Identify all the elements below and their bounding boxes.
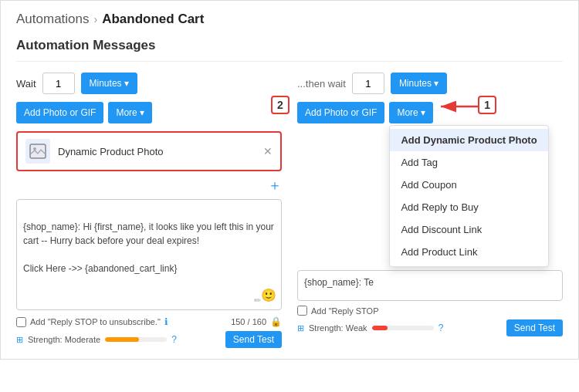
left-minutes-dropdown[interactable]: Minutes ▾: [81, 73, 137, 94]
right-reply-stop-row: Add "Reply STOP: [297, 306, 563, 316]
left-message-text: {shop_name}: Hi {first_name}, it looks l…: [23, 221, 274, 274]
left-wait-row: Wait Minutes ▾: [16, 73, 282, 94]
left-strength-row: ⊞ Strength: Moderate ? Send Test: [16, 331, 282, 348]
right-strength-label: Strength: Weak: [309, 323, 367, 333]
right-send-test-button[interactable]: Send Test: [506, 319, 563, 336]
menu-item-add-discount-link[interactable]: Add Discount Link: [390, 218, 547, 241]
left-wait-input[interactable]: [42, 73, 75, 94]
left-reply-stop-row: Add "Reply STOP to unsubscribe." ℹ 150 /…: [16, 316, 282, 327]
page-wrapper: Automations › Abandoned Cart Automation …: [0, 0, 579, 360]
photo-card-label: Dynamic Product Photo: [58, 146, 256, 157]
left-add-photo-button[interactable]: Add Photo or GIF: [16, 102, 103, 123]
left-reply-stop-label: Add "Reply STOP to unsubscribe.": [30, 317, 161, 326]
menu-item-add-dynamic-photo[interactable]: Add Dynamic Product Photo: [390, 129, 547, 151]
left-strength-bar: [105, 337, 167, 342]
left-info-icon[interactable]: ℹ: [164, 316, 168, 327]
left-badge: 2: [271, 96, 290, 114]
right-column: ...then wait Minutes ▾ Add Photo or GIF …: [297, 73, 563, 348]
right-add-photo-button[interactable]: Add Photo or GIF: [297, 102, 384, 123]
right-message-box[interactable]: {shop_name}: Te: [297, 270, 563, 301]
left-strength-info[interactable]: ?: [171, 334, 177, 345]
left-send-test-button[interactable]: Send Test: [225, 331, 282, 348]
right-strength-info[interactable]: ?: [438, 323, 444, 333]
right-then-wait-label: ...then wait: [297, 78, 346, 90]
right-reply-stop-label: Add "Reply STOP: [311, 306, 378, 316]
left-expand-icon[interactable]: ⊞: [16, 335, 23, 345]
right-reply-stop-checkbox[interactable]: [297, 306, 307, 316]
emoji-icon[interactable]: 🙂: [261, 286, 276, 305]
left-message-box[interactable]: {shop_name}: Hi {first_name}, it looks l…: [16, 199, 282, 310]
left-add-circle[interactable]: ＋: [16, 176, 282, 194]
left-strength-label: Strength: Moderate: [28, 335, 100, 344]
left-strength-fill: [105, 337, 139, 342]
left-column: Wait Minutes ▾ Add Photo or GIF More ▾ 2: [16, 73, 282, 348]
menu-item-add-coupon[interactable]: Add Coupon: [390, 174, 547, 196]
right-strength-row: ⊞ Strength: Weak ? Send Test: [297, 319, 563, 336]
breadcrumb-automations[interactable]: Automations: [16, 12, 90, 27]
menu-item-add-reply-to-buy[interactable]: Add Reply to Buy: [390, 196, 547, 218]
photo-card-icon: [25, 139, 50, 164]
breadcrumb-separator: ›: [94, 13, 98, 25]
right-more-button[interactable]: More ▾: [389, 102, 433, 123]
right-wait-input[interactable]: [352, 73, 384, 94]
breadcrumb-current: Abandoned Cart: [102, 12, 204, 27]
right-strength-bar: [372, 326, 434, 330]
left-wait-label: Wait: [16, 78, 36, 90]
menu-item-add-product-link[interactable]: Add Product Link: [390, 241, 547, 263]
breadcrumb: Automations › Abandoned Cart: [16, 12, 563, 27]
right-expand-icon[interactable]: ⊞: [297, 323, 304, 333]
more-btn-wrapper: More ▾ 1 Add Dynamic Pr: [389, 102, 433, 123]
right-action-row: Add Photo or GIF More ▾ 1: [297, 102, 563, 123]
left-reply-stop-checkbox[interactable]: [16, 317, 26, 327]
left-action-row: Add Photo or GIF More ▾ 2: [16, 102, 282, 123]
left-char-count: 150 / 160: [231, 317, 266, 326]
photo-card-close[interactable]: ✕: [263, 145, 273, 157]
right-more-dropdown-menu: Add Dynamic Product Photo Add Tag Add Co…: [389, 125, 548, 267]
menu-item-add-tag[interactable]: Add Tag: [390, 151, 547, 174]
left-char-info-icon[interactable]: 🔒: [270, 316, 282, 327]
left-photo-card: Dynamic Product Photo ✕: [16, 131, 282, 171]
columns-layout: Wait Minutes ▾ Add Photo or GIF More ▾ 2: [16, 73, 563, 348]
right-message-text: {shop_name}: Te: [304, 277, 374, 288]
right-badge: 1: [478, 96, 496, 114]
right-wait-row: ...then wait Minutes ▾: [297, 73, 563, 94]
section-title: Automation Messages: [16, 38, 563, 62]
left-more-button[interactable]: More ▾: [108, 102, 152, 123]
edit-icon: ✏: [254, 294, 261, 307]
right-minutes-dropdown[interactable]: Minutes ▾: [391, 73, 447, 94]
right-strength-fill: [372, 326, 388, 330]
